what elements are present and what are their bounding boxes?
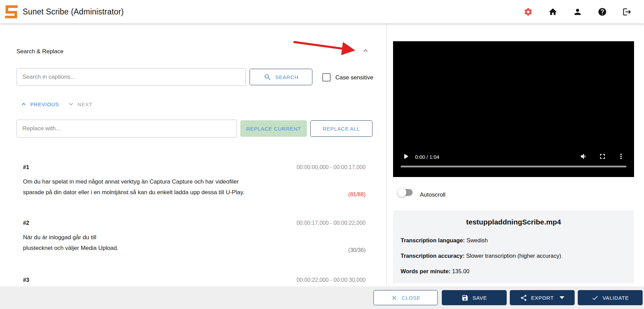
collapse-panel-button[interactable] xyxy=(361,46,370,55)
more-options-icon[interactable] xyxy=(617,152,625,161)
validate-label: VALIDATE xyxy=(602,295,629,301)
next-label: NEXT xyxy=(78,101,92,107)
action-bar: CLOSE SAVE EXPORT VALIDATE xyxy=(0,286,644,309)
header-icon-bar xyxy=(524,7,632,16)
chevron-down-icon xyxy=(67,100,75,108)
caption-number: #2 xyxy=(23,220,29,226)
autoscroll-toggle[interactable] xyxy=(398,188,413,197)
search-icon xyxy=(264,73,272,81)
video-time: 0:00 / 1:04 xyxy=(415,154,439,160)
sunet-logo-icon xyxy=(4,4,19,19)
volume-icon[interactable] xyxy=(580,152,588,161)
chevron-up-icon xyxy=(361,46,370,55)
video-seekbar[interactable] xyxy=(401,166,626,167)
export-label: EXPORT xyxy=(531,295,554,301)
caption-item-2[interactable]: #2 00:00:17,000 - 00:00:22,000 När du är… xyxy=(23,220,366,253)
transcription-language-row: Transcription language: Swedish xyxy=(401,237,488,244)
search-button-label: SEARCH xyxy=(275,74,298,80)
page-title: Sunet Scribe (Administrator) xyxy=(23,7,124,16)
caption-number: #3 xyxy=(23,277,29,283)
video-player[interactable]: 0:00 / 1:04 xyxy=(393,41,634,177)
check-icon xyxy=(591,294,599,301)
close-button[interactable]: CLOSE xyxy=(373,290,438,305)
close-icon xyxy=(391,294,398,301)
file-name: testuppladdningScribe.mp4 xyxy=(393,218,634,226)
caption-item-3[interactable]: #3 00:00:22,000 - 00:00:30,000 xyxy=(23,277,366,283)
person-icon[interactable] xyxy=(573,7,582,16)
search-input[interactable] xyxy=(16,68,246,86)
validate-button[interactable]: VALIDATE xyxy=(578,290,643,305)
panel-divider xyxy=(386,23,387,286)
play-icon[interactable] xyxy=(401,152,410,161)
replace-current-button[interactable]: REPLACE CURRENT xyxy=(240,120,307,137)
fullscreen-icon[interactable] xyxy=(598,152,607,161)
search-button[interactable]: SEARCH xyxy=(250,69,312,85)
gear-icon[interactable] xyxy=(524,7,533,16)
caption-header: #2 00:00:17,000 - 00:00:22,000 xyxy=(23,220,366,226)
save-button[interactable]: SAVE xyxy=(442,290,507,305)
file-info-card: testuppladdningScribe.mp4 Transcription … xyxy=(393,210,634,283)
caption-timestamp: 00:00:00,000 - 00:00:17,000 xyxy=(297,164,366,170)
caption-header: #1 00:00:00,000 - 00:00:17,000 xyxy=(23,164,366,170)
close-label: CLOSE xyxy=(402,295,421,301)
home-icon[interactable] xyxy=(548,7,557,16)
annotation-arrow xyxy=(289,36,362,55)
next-match-button[interactable]: NEXT xyxy=(67,100,92,108)
chevron-up-icon xyxy=(20,100,27,108)
logout-icon[interactable] xyxy=(622,7,632,16)
export-button[interactable]: EXPORT xyxy=(510,290,575,305)
replace-current-label: REPLACE CURRENT xyxy=(246,126,301,132)
caption-text[interactable]: Om du har spelat in med något annat verk… xyxy=(23,176,348,198)
caption-header: #3 00:00:22,000 - 00:00:30,000 xyxy=(23,277,366,283)
words-per-minute-row: Words per minute: 135.00 xyxy=(401,268,470,275)
caption-timestamp: 00:00:22,000 - 00:00:30,000 xyxy=(297,277,366,283)
toggle-thumb xyxy=(398,188,406,197)
caption-timestamp: 00:00:17,000 - 00:00:22,000 xyxy=(297,220,366,226)
replace-input[interactable] xyxy=(16,120,237,137)
case-sensitive-checkbox[interactable] xyxy=(322,73,331,81)
help-icon[interactable] xyxy=(598,7,607,16)
autoscroll-label: Autoscroll xyxy=(420,191,446,198)
transcription-accuracy-row: Transcription accuracy: Slower transcrip… xyxy=(401,253,561,259)
save-icon xyxy=(461,294,469,301)
search-replace-title: Search & Replace xyxy=(16,48,64,55)
caption-text[interactable]: När du är inloggad går du till plusteckn… xyxy=(23,232,348,253)
char-count-badge: (81/88) xyxy=(348,191,366,198)
previous-label: PREVIOUS xyxy=(30,101,59,107)
share-icon xyxy=(520,294,527,301)
dropdown-caret-icon xyxy=(560,296,564,299)
save-label: SAVE xyxy=(472,295,487,301)
char-count-badge: (30/36) xyxy=(348,247,366,253)
case-sensitive-label: Case sensitive xyxy=(335,74,373,81)
replace-all-button[interactable]: REPLACE ALL xyxy=(310,120,372,137)
replace-all-label: REPLACE ALL xyxy=(323,126,360,132)
previous-match-button[interactable]: PREVIOUS xyxy=(20,100,59,108)
app-header: Sunet Scribe (Administrator) xyxy=(0,0,644,23)
caption-number: #1 xyxy=(23,164,29,170)
caption-item-1[interactable]: #1 00:00:00,000 - 00:00:17,000 Om du har… xyxy=(23,164,366,198)
